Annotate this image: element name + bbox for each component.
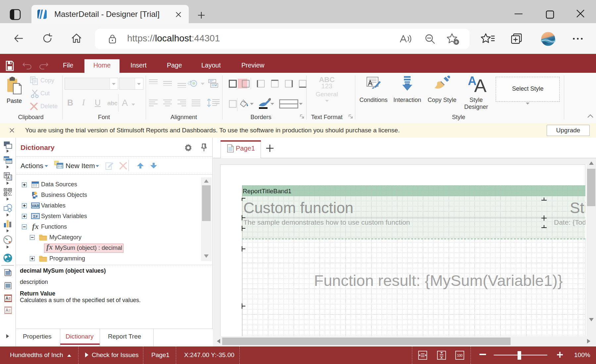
svg-text:VAR: VAR: [32, 204, 39, 208]
svg-text:100: 100: [457, 354, 463, 357]
svg-text:Σ#: Σ#: [33, 214, 38, 218]
